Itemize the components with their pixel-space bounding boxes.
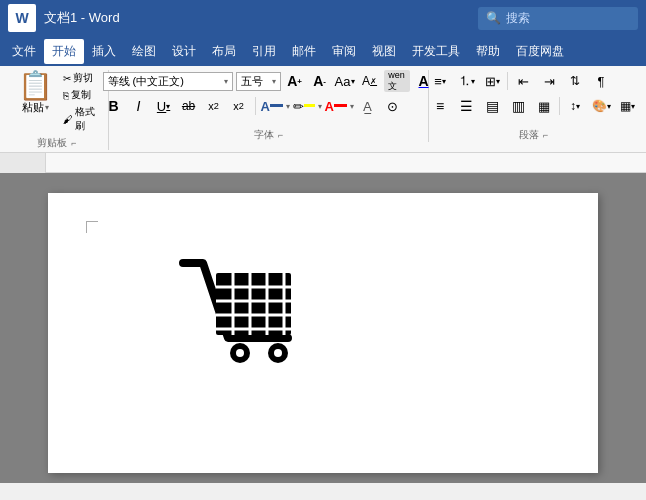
font-launcher[interactable]: ⌐ [278, 130, 283, 140]
font-size-selector[interactable]: 五号 ▾ [236, 72, 281, 91]
format-painter-button[interactable]: 🖌 格式刷 [60, 104, 100, 134]
font-color-button[interactable]: A [261, 95, 283, 117]
ribbon-group-paragraph: ≡▾ ⒈▾ ⊞▾ ⇤ ⇥ ⇅ ¶ ≡ ☰ ▤ ▥ ▦ ↕▾ 🎨▾ ▦▾ [429, 70, 638, 142]
text-color-arrow[interactable]: ▾ [350, 102, 354, 111]
search-icon: 🔍 [486, 11, 501, 25]
cut-button[interactable]: ✂ 剪切 [60, 70, 100, 86]
circle-char-button[interactable]: ⊙ [382, 95, 404, 117]
paste-icon: 📋 [18, 72, 53, 100]
subscript-button[interactable]: x2 [203, 95, 225, 117]
decrease-indent-button[interactable]: ⇤ [511, 70, 535, 92]
copy-icon: ⎘ [63, 90, 69, 101]
ruler-corner [0, 153, 46, 173]
border-button[interactable]: ▦▾ [615, 95, 639, 117]
ruler [0, 153, 646, 173]
ribbon-group-clipboard: 📋 粘贴 ▾ ✂ 剪切 ⎘ 复制 🖌 格式刷 [8, 70, 109, 150]
menu-item-draw[interactable]: 绘图 [124, 39, 164, 64]
copy-button[interactable]: ⎘ 复制 [60, 87, 100, 103]
svg-rect-0 [216, 273, 291, 335]
show-formatting-button[interactable]: ¶ [589, 70, 613, 92]
justify-button[interactable]: ▥ [506, 95, 530, 117]
align-left-button[interactable]: ≡ [428, 95, 452, 117]
wubi-button[interactable]: wen文 [384, 70, 410, 92]
ribbon-group-font: 等线 (中文正文) ▾ 五号 ▾ A+ A- Aa▾ A✗ wen文 A B I… [109, 70, 429, 142]
paste-dropdown-arrow[interactable]: ▾ [45, 103, 49, 112]
menu-item-mail[interactable]: 邮件 [284, 39, 324, 64]
shopping-cart-image [178, 253, 308, 377]
menu-item-view[interactable]: 视图 [364, 39, 404, 64]
clipboard-label: 剪贴板 ⌐ [37, 134, 76, 150]
para-divider1 [507, 72, 508, 90]
paste-label: 粘贴 [22, 100, 44, 115]
italic-button[interactable]: I [128, 95, 150, 117]
menu-item-layout[interactable]: 布局 [204, 39, 244, 64]
menu-item-design[interactable]: 设计 [164, 39, 204, 64]
font-color-arrow[interactable]: ▾ [286, 102, 290, 111]
para-divider2 [559, 97, 560, 115]
distributed-button[interactable]: ▦ [532, 95, 556, 117]
cut-icon: ✂ [63, 73, 71, 84]
change-case-button[interactable]: Aa▾ [334, 70, 356, 92]
font-family-selector[interactable]: 等线 (中文正文) ▾ [103, 72, 233, 91]
page-corner-mark [86, 221, 98, 233]
menu-item-dev[interactable]: 开发工具 [404, 39, 468, 64]
highlight-arrow[interactable]: ▾ [318, 102, 322, 111]
shading-button[interactable]: 🎨▾ [589, 95, 613, 117]
svg-point-10 [236, 349, 244, 357]
superscript-button[interactable]: x2 [228, 95, 250, 117]
strikethrough-button[interactable]: ab [178, 95, 200, 117]
font-size-arrow: ▾ [272, 77, 276, 86]
menu-item-baidu[interactable]: 百度网盘 [508, 39, 572, 64]
sort-button[interactable]: ⇅ [563, 70, 587, 92]
multilevel-list-button[interactable]: ⊞▾ [480, 70, 504, 92]
menu-bar: 文件 开始 插入 绘图 设计 布局 引用 邮件 审阅 视图 开发工具 帮助 百度… [0, 36, 646, 66]
svg-point-12 [274, 349, 282, 357]
search-placeholder: 搜索 [506, 10, 530, 27]
divider-v [255, 97, 256, 115]
font-grow-button[interactable]: A+ [284, 70, 306, 92]
search-box[interactable]: 🔍 搜索 [478, 7, 638, 30]
font-label: 字体 ⌐ [254, 126, 283, 142]
clear-format-button[interactable]: A✗ [359, 70, 381, 92]
format-painter-icon: 🖌 [63, 114, 73, 125]
text-color-button[interactable]: A [325, 95, 347, 117]
paste-button[interactable]: 📋 粘贴 ▾ [14, 70, 57, 117]
line-spacing-button[interactable]: ↕▾ [563, 95, 587, 117]
title-bar: W 文档1 - Word 🔍 搜索 [0, 0, 646, 36]
menu-item-insert[interactable]: 插入 [84, 39, 124, 64]
shade-button[interactable]: A̲ [357, 95, 379, 117]
font-family-arrow: ▾ [224, 77, 228, 86]
bold-button[interactable]: B [103, 95, 125, 117]
ribbon: 📋 粘贴 ▾ ✂ 剪切 ⎘ 复制 🖌 格式刷 [0, 66, 646, 153]
underline-button[interactable]: U▾ [153, 95, 175, 117]
ruler-horizontal [46, 153, 646, 172]
clipboard-launcher[interactable]: ⌐ [71, 138, 76, 148]
document-area [0, 173, 646, 483]
menu-item-file[interactable]: 文件 [4, 39, 44, 64]
align-right-button[interactable]: ▤ [480, 95, 504, 117]
title-text: 文档1 - Word [44, 9, 478, 27]
menu-item-home[interactable]: 开始 [44, 39, 84, 64]
bullets-button[interactable]: ≡▾ [428, 70, 452, 92]
document-page[interactable] [48, 193, 598, 473]
font-shrink-button[interactable]: A- [309, 70, 331, 92]
word-logo: W [8, 4, 36, 32]
numbering-button[interactable]: ⒈▾ [454, 70, 478, 92]
menu-item-review[interactable]: 审阅 [324, 39, 364, 64]
paragraph-label: 段落 ⌐ [519, 126, 548, 142]
highlight-button[interactable]: ✏ [293, 95, 315, 117]
increase-indent-button[interactable]: ⇥ [537, 70, 561, 92]
paragraph-launcher[interactable]: ⌐ [543, 130, 548, 140]
align-center-button[interactable]: ☰ [454, 95, 478, 117]
menu-item-help[interactable]: 帮助 [468, 39, 508, 64]
menu-item-ref[interactable]: 引用 [244, 39, 284, 64]
